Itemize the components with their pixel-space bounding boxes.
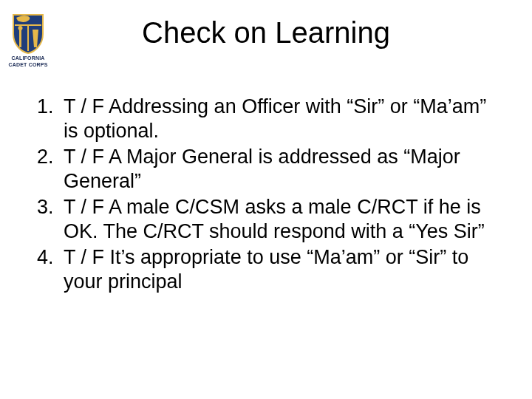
tf-label: T / F bbox=[64, 95, 104, 117]
question-text: A Major General is addressed as “Major G… bbox=[64, 146, 460, 192]
tf-label: T / F bbox=[64, 196, 104, 218]
question-text: A male C/CSM asks a male C/RCT if he is … bbox=[64, 196, 485, 242]
tf-label: T / F bbox=[64, 146, 104, 168]
slide: CALIFORNIA CADET CORPS Check on Learning… bbox=[0, 0, 532, 399]
slide-title: Check on Learning bbox=[0, 16, 532, 50]
question-text: It’s appropriate to use “Ma’am” or “Sir”… bbox=[64, 246, 468, 293]
question-text: Addressing an Officer with “Sir” or “Ma’… bbox=[64, 95, 486, 142]
content-area: T / F Addressing an Officer with “Sir” o… bbox=[25, 95, 502, 296]
logo-label-line1: CALIFORNIA bbox=[7, 55, 49, 61]
question-list: T / F Addressing an Officer with “Sir” o… bbox=[25, 95, 502, 294]
list-item: T / F It’s appropriate to use “Ma’am” or… bbox=[59, 245, 502, 294]
logo-label-line2: CADET CORPS bbox=[7, 62, 49, 67]
list-item: T / F A male C/CSM asks a male C/RCT if … bbox=[59, 195, 502, 244]
list-item: T / F Addressing an Officer with “Sir” o… bbox=[59, 95, 502, 143]
list-item: T / F A Major General is addressed as “M… bbox=[59, 145, 502, 194]
tf-label: T / F bbox=[64, 246, 104, 268]
